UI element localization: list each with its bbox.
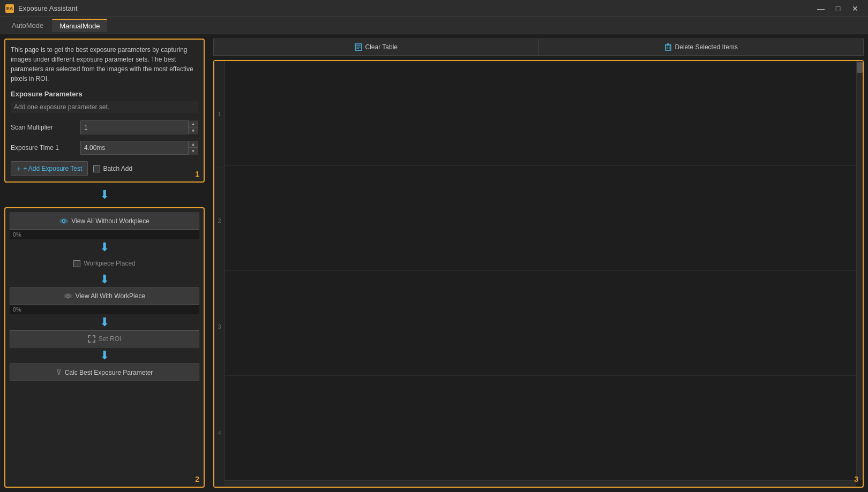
exposure-time-input[interactable]	[81, 144, 188, 152]
titlebar-left: EA Exposure Assistant	[5, 4, 78, 13]
workflow-box: View All Without Workpiece 0% ⬇ Workpiec…	[4, 207, 205, 488]
row-num-1: 1	[214, 61, 225, 168]
section-title: Exposure Parameters	[11, 90, 198, 98]
svg-point-2	[63, 221, 65, 222]
exposure-time-up[interactable]: ▲	[189, 141, 198, 148]
scan-multiplier-label: Scan Multiplier	[11, 124, 80, 131]
scan-multiplier-up[interactable]: ▲	[189, 120, 198, 127]
scan-multiplier-input[interactable]	[81, 124, 188, 131]
left-panel: This page is to get the best exposure pa…	[0, 34, 209, 492]
box1-number: 1	[195, 170, 199, 178]
description-text: This page is to get the best exposure pa…	[11, 45, 198, 84]
delete-selected-label: Delete Selected Items	[675, 43, 738, 51]
progress-text-1: 0%	[13, 231, 21, 238]
svg-rect-10	[665, 45, 671, 50]
svg-point-5	[67, 296, 69, 297]
exposure-params-box: This page is to get the best exposure pa…	[4, 39, 205, 183]
batch-add-label: Batch Add	[103, 165, 132, 172]
app-title: Exposure Assistant	[18, 4, 78, 12]
view-without-label: View All Without Workpiece	[71, 217, 149, 225]
grid-row-3	[225, 271, 856, 376]
scan-multiplier-spinbox[interactable]: ▲ ▼	[80, 120, 198, 134]
workflow-inner: View All Without Workpiece 0% ⬇ Workpiec…	[5, 208, 204, 385]
right-panel: Clear Table Delete Selected Items	[209, 34, 868, 492]
view-with-workpiece-button[interactable]: View All With WorkPiece	[10, 287, 199, 305]
maximize-button[interactable]: □	[830, 3, 845, 14]
titlebar: EA Exposure Assistant — □ ✕	[0, 0, 868, 17]
arrow1-container: ⬇	[4, 187, 205, 203]
grid-row-2	[225, 166, 856, 271]
eye-icon-1	[59, 218, 68, 224]
row-num-2: 2	[214, 168, 225, 274]
workpiece-label: Workpiece Placed	[84, 260, 136, 267]
arrow-down-icon-5: ⬇	[100, 350, 109, 361]
roi-icon	[88, 335, 95, 343]
eye-icon-2	[64, 293, 72, 299]
row-num-4: 4	[214, 380, 225, 487]
grid-row-1	[225, 61, 856, 166]
box2-number: 2	[195, 475, 199, 483]
minimize-button[interactable]: —	[813, 3, 828, 14]
progress-bar-1: 0%	[10, 230, 199, 239]
calc-best-exposure-button[interactable]: ⊽ Calc Best Exposure Parameter	[10, 364, 199, 381]
view-without-workpiece-button[interactable]: View All Without Workpiece	[10, 213, 199, 230]
progress-text-2: 0%	[13, 306, 21, 313]
close-button[interactable]: ✕	[848, 3, 863, 14]
arrow5-container: ⬇	[10, 347, 199, 364]
exposure-time-label: Exposure Time 1	[11, 144, 80, 152]
exposure-time-arrows: ▲ ▼	[188, 141, 198, 155]
tabbar: AutoMode ManualMode	[0, 17, 868, 34]
set-roi-label: Set ROI	[99, 335, 122, 343]
clear-icon	[355, 43, 362, 51]
grid-area: 1 2 3 4	[214, 61, 863, 487]
arrow-down-icon-4: ⬇	[100, 316, 109, 328]
app-icon: EA	[5, 4, 14, 13]
scan-multiplier-down[interactable]: ▼	[189, 127, 198, 134]
arrow4-container: ⬇	[10, 314, 199, 330]
view-with-label: View All With WorkPiece	[76, 292, 145, 300]
add-exposure-test-button[interactable]: + + Add Exposure Test	[11, 161, 88, 176]
tab-automode[interactable]: AutoMode	[4, 19, 51, 32]
row-num-3: 3	[214, 274, 225, 381]
delete-icon	[664, 43, 672, 51]
delete-selected-button[interactable]: Delete Selected Items	[538, 39, 864, 56]
right-content-box: 1 2 3 4 3	[213, 60, 864, 488]
exposure-time-spinbox[interactable]: ▲ ▼	[80, 141, 198, 155]
scrollbar-horizontal[interactable]	[225, 480, 856, 487]
exposure-time-row: Exposure Time 1 ▲ ▼	[11, 141, 198, 155]
add-row: + + Add Exposure Test Batch Add	[11, 161, 198, 176]
grid-row-4	[225, 376, 856, 480]
progress-bar-2: 0%	[10, 305, 199, 314]
scan-multiplier-row: Scan Multiplier ▲ ▼	[11, 120, 198, 134]
scan-multiplier-arrows: ▲ ▼	[188, 120, 198, 134]
workpiece-checkbox[interactable]	[73, 260, 80, 267]
clear-table-label: Clear Table	[365, 43, 398, 51]
arrow-down-icon-3: ⬇	[100, 274, 109, 285]
main-grid	[225, 61, 856, 487]
tab-manualmode[interactable]: ManualMode	[52, 19, 107, 32]
arrow3-container: ⬇	[10, 271, 199, 287]
main-content: This page is to get the best exposure pa…	[0, 34, 868, 492]
row-numbers: 1 2 3 4	[214, 61, 225, 487]
right-top-buttons: Clear Table Delete Selected Items	[213, 39, 864, 56]
clear-table-button[interactable]: Clear Table	[213, 39, 538, 56]
workpiece-placed-row: Workpiece Placed	[10, 255, 199, 271]
batch-add-checkbox-row[interactable]: Batch Add	[93, 165, 132, 172]
exposure-time-down[interactable]: ▼	[189, 148, 198, 155]
window-controls: — □ ✕	[813, 3, 863, 14]
batch-add-checkbox[interactable]	[93, 165, 100, 172]
set-roi-button[interactable]: Set ROI	[10, 330, 199, 347]
arrow-down-icon-2: ⬇	[100, 241, 109, 253]
box3-number: 3	[854, 475, 858, 483]
plus-icon: +	[17, 164, 21, 173]
calc-label: Calc Best Exposure Parameter	[65, 369, 153, 376]
filter-icon: ⊽	[56, 368, 62, 376]
arrow2-container: ⬇	[10, 239, 199, 255]
sub-text: Add one exposure parameter set.	[11, 101, 198, 113]
arrow-down-icon-1: ⬇	[100, 189, 109, 201]
